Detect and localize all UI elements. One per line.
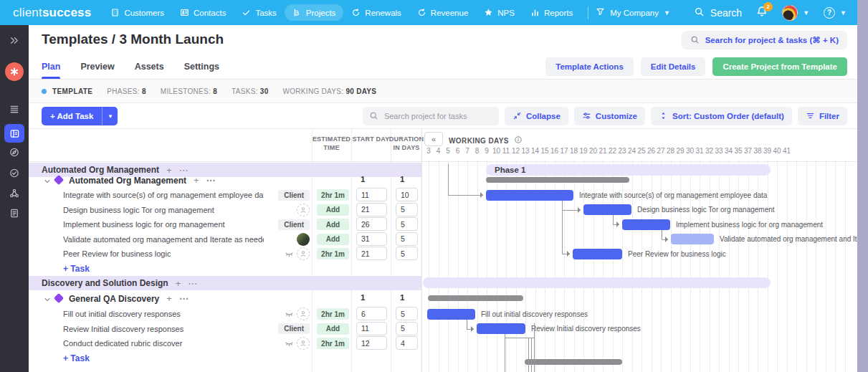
dependency-line (613, 215, 614, 224)
create-project-button[interactable]: Create Project from Template (712, 57, 847, 76)
nav-item-renewals[interactable]: Renewals (343, 4, 409, 21)
gantt-collapse-button[interactable]: « (424, 132, 443, 146)
tab-bar: PlanPreviewAssetsSettings Template Actio… (29, 54, 857, 80)
nav-item-label: Contacts (194, 9, 226, 17)
gantt-phase-band[interactable] (423, 277, 771, 288)
nps-star-icon (484, 8, 493, 17)
toolbar-right: Collapse Customize Sort: Custom Order (d… (363, 107, 847, 125)
gantt-task-bar[interactable] (427, 309, 475, 320)
sort-button[interactable]: Sort: Custom Order (default) (651, 107, 792, 125)
gantt-phase-label: Phase 1 (495, 166, 525, 174)
list-icon[interactable] (9, 104, 20, 115)
tab-preview[interactable]: Preview (80, 54, 114, 79)
gantt-task-bar[interactable] (622, 219, 670, 230)
user-menu[interactable]: ▼ (782, 5, 809, 21)
brand-light: client (13, 6, 42, 19)
nav-item-tasks[interactable]: Tasks (234, 4, 284, 21)
gantt-phase-band[interactable]: Phase 1 (486, 164, 771, 176)
reports-chart-icon (530, 8, 540, 17)
customize-button[interactable]: Customize (574, 107, 645, 125)
dependency-line (534, 323, 535, 372)
dependency-line (448, 195, 483, 196)
notifications-bell[interactable]: 2 (756, 6, 768, 20)
user-avatar (782, 5, 798, 21)
project-search-label: Search for project & tasks (⌘ + K) (705, 35, 839, 45)
filter-lines-icon (806, 111, 815, 122)
page-header: Templates / 3 Month Launch Search for pr… (29, 25, 857, 54)
tab-plan[interactable]: Plan (42, 54, 60, 79)
nav-item-nps[interactable]: NPS (476, 4, 523, 21)
main-nav-items: CustomersContactsTasksProjectsRenewalsRe… (102, 4, 581, 21)
task-search-input[interactable] (363, 107, 499, 125)
gantt-task-bar[interactable] (477, 323, 525, 334)
template-status-dot (42, 89, 47, 94)
company-filter-dropdown[interactable]: My Company ▼ (596, 7, 670, 18)
project-search-button[interactable]: Search for project & tasks (⌘ + K) (682, 31, 847, 49)
nav-right-cluster: Search 2 ▼ ? ▼ (694, 5, 846, 21)
nav-item-reveenue[interactable]: Reveenue (409, 4, 476, 21)
board-icon[interactable] (4, 124, 24, 143)
gantt-task-bar[interactable] (486, 190, 573, 201)
gantt-summary-bar[interactable] (486, 177, 629, 183)
filter-button[interactable]: Filter (798, 107, 847, 125)
expand-double-chevron-icon[interactable] (9, 35, 20, 46)
compass-icon[interactable] (9, 147, 20, 158)
company-filter-label: My Company (610, 9, 659, 17)
nav-item-reports[interactable]: Reports (523, 4, 581, 21)
info-icon[interactable] (514, 135, 523, 146)
global-search[interactable]: Search (694, 6, 742, 19)
search-icon (694, 6, 705, 19)
check-circle-icon[interactable] (9, 168, 20, 178)
gantt-bar-label: Implement business logic for org managem… (676, 221, 823, 229)
sliders-icon (582, 111, 591, 122)
nav-item-label: Reports (544, 9, 573, 17)
chevron-down-icon: ▼ (664, 9, 670, 16)
brand-logo[interactable]: clientsuccess (13, 6, 91, 20)
notes-icon[interactable] (9, 208, 20, 219)
org-chart-icon[interactable] (9, 188, 20, 199)
add-task-dropdown[interactable]: ▼ (102, 107, 118, 125)
edit-details-button[interactable]: Edit Details (641, 57, 706, 76)
dependency-arrow-icon (567, 251, 573, 257)
nav-item-label: NPS (497, 9, 515, 17)
global-search-label: Search (710, 7, 742, 19)
help-menu[interactable]: ? ▼ (824, 7, 846, 19)
gantt-chart: Phase 1Integrate with source(s) of org m… (29, 129, 857, 372)
dependency-line (467, 320, 467, 329)
tasks-check-icon (242, 8, 251, 17)
gantt-task-bar[interactable] (671, 234, 714, 244)
funnel-icon (596, 7, 605, 18)
gantt-bar-label: Fill out initial discovery responses (481, 310, 588, 318)
template-actions-button[interactable]: Template Actions (545, 57, 634, 76)
main-panel: Templates / 3 Month Launch Search for pr… (29, 25, 857, 372)
add-task-label[interactable]: + Add Task (42, 107, 102, 125)
app-window: clientsuccess CustomersContactsTasksProj… (0, 0, 868, 372)
help-icon: ? (824, 7, 835, 19)
gantt-bar-label: Review Initial discovery responses (531, 325, 641, 333)
sort-arrows-icon (659, 111, 668, 122)
tab-assets[interactable]: Assets (135, 54, 164, 79)
nav-item-customers[interactable]: Customers (102, 4, 172, 21)
projects-icon (292, 8, 302, 17)
brand-bold: success (42, 6, 92, 19)
dependency-line (528, 338, 529, 372)
gantt-bar-label: Design business logic Tor org management (637, 206, 775, 214)
revenue-cycle-icon (417, 8, 426, 17)
working-days-header: WORKING DAYS (449, 135, 523, 146)
nav-item-contacts[interactable]: Contacts (172, 4, 234, 21)
template-stats: PHASES: 8MILESTONES: 8TASKS: 30WORKING D… (107, 87, 376, 95)
gantt-summary-bar[interactable] (525, 359, 622, 365)
stat-phases: PHASES: 8 (107, 87, 146, 95)
chevron-down-icon: ▼ (803, 9, 809, 16)
add-task-button[interactable]: + Add Task ▼ (42, 107, 118, 125)
window-scrollbar[interactable] (857, 0, 868, 372)
nav-item-projects[interactable]: Projects (285, 4, 344, 21)
gantt-summary-bar[interactable] (428, 295, 523, 301)
tab-settings[interactable]: Settings (184, 54, 219, 79)
gantt-task-bar[interactable] (573, 249, 622, 259)
collapse-button[interactable]: Collapse (505, 107, 568, 125)
dependency-line (448, 164, 449, 195)
gantt-task-bar[interactable] (583, 204, 631, 215)
app-logo[interactable] (5, 62, 24, 81)
gantt-bar-label: Integrate with source(s) of org manageme… (579, 191, 767, 199)
